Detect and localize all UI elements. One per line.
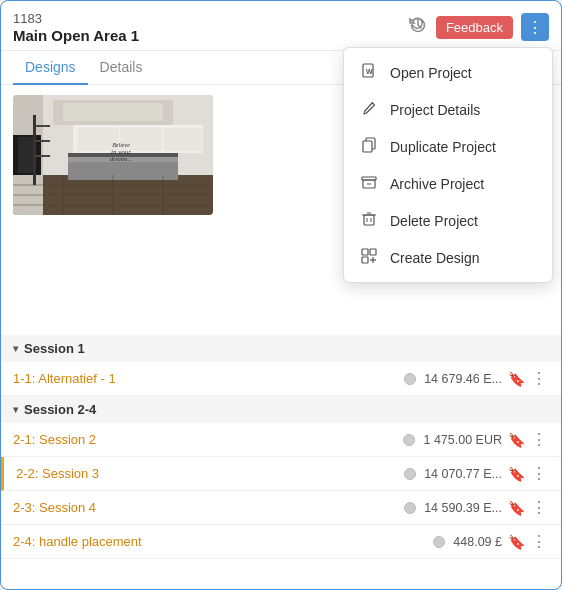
pencil-icon — [360, 100, 378, 119]
menu-label: Create Design — [390, 250, 480, 266]
row-more-button[interactable]: ⋮ — [529, 498, 549, 517]
bookmark-icon[interactable]: 🔖 — [508, 432, 525, 448]
status-dot — [404, 468, 416, 480]
status-dot — [403, 434, 415, 446]
menu-item-archive-project[interactable]: Archive Project — [344, 165, 552, 202]
session-1-label: Session 1 — [24, 341, 85, 356]
design-name[interactable]: 2-3: Session 4 — [13, 500, 404, 515]
archive-icon — [360, 174, 378, 193]
status-dot — [404, 373, 416, 385]
tab-designs[interactable]: Designs — [13, 51, 88, 85]
svg-rect-41 — [362, 257, 368, 263]
session-1-header[interactable]: ▾ Session 1 — [1, 335, 561, 362]
trash-icon — [360, 211, 378, 230]
price-value: 14 679.46 E... — [424, 372, 502, 386]
row-more-button[interactable]: ⋮ — [529, 430, 549, 449]
header: 1183 Main Open Area 1 Feedback ⋮ — [1, 1, 561, 51]
menu-label: Open Project — [390, 65, 472, 81]
status-dot — [404, 502, 416, 514]
menu-item-create-design[interactable]: Create Design — [344, 239, 552, 276]
table-row: 1-1: Alternatief - 1 14 679.46 E... 🔖 ⋮ — [1, 362, 561, 396]
menu-label: Archive Project — [390, 176, 484, 192]
bookmark-icon[interactable]: 🔖 — [508, 371, 525, 387]
header-right: Feedback ⋮ — [408, 13, 549, 41]
copy-icon — [360, 137, 378, 156]
feedback-button[interactable]: Feedback — [436, 16, 513, 39]
svg-text:dreams...: dreams... — [110, 156, 132, 162]
price-value: 14 070.77 E... — [424, 467, 502, 481]
bookmark-icon[interactable]: 🔖 — [508, 500, 525, 516]
table-row: 2-4: handle placement 448.09 £ 🔖 ⋮ — [1, 525, 561, 559]
status-dot — [433, 536, 445, 548]
row-more-button[interactable]: ⋮ — [529, 369, 549, 388]
svg-rect-9 — [35, 140, 50, 142]
svg-rect-11 — [68, 160, 178, 180]
design-name[interactable]: 2-4: handle placement — [13, 534, 433, 549]
session-2-4-header[interactable]: ▾ Session 2-4 — [1, 396, 561, 423]
svg-rect-30 — [363, 141, 372, 152]
header-left: 1183 Main Open Area 1 — [13, 11, 139, 44]
menu-item-duplicate-project[interactable]: Duplicate Project — [344, 128, 552, 165]
menu-label: Delete Project — [390, 213, 478, 229]
menu-item-delete-project[interactable]: Delete Project — [344, 202, 552, 239]
more-options-button[interactable]: ⋮ — [521, 13, 549, 41]
design-name[interactable]: 2-2: Session 3 — [16, 466, 404, 481]
bookmark-icon[interactable]: 🔖 — [508, 466, 525, 482]
sessions-list: ▾ Session 1 1-1: Alternatief - 1 14 679.… — [1, 335, 561, 589]
menu-label: Duplicate Project — [390, 139, 496, 155]
chevron-down-icon: ▾ — [13, 343, 18, 354]
svg-rect-40 — [370, 249, 376, 255]
project-title: Main Open Area 1 — [13, 27, 139, 44]
table-row: 2-2: Session 3 14 070.77 E... 🔖 ⋮ — [1, 457, 561, 491]
design-name[interactable]: 2-1: Session 2 — [13, 432, 403, 447]
menu-label: Project Details — [390, 102, 480, 118]
svg-text:W: W — [366, 68, 373, 75]
vertical-dots-icon: ⋮ — [527, 18, 544, 37]
app-container: 1183 Main Open Area 1 Feedback ⋮ Designs… — [0, 0, 562, 590]
price-value: 1 475.00 EUR — [423, 433, 502, 447]
chevron-down-icon: ▾ — [13, 404, 18, 415]
bookmark-icon-filled[interactable]: 🔖 — [508, 534, 525, 550]
price-value: 448.09 £ — [453, 535, 502, 549]
menu-item-open-project[interactable]: W Open Project — [344, 54, 552, 91]
svg-rect-39 — [362, 249, 368, 255]
svg-rect-4 — [63, 103, 163, 121]
dropdown-menu: W Open Project Project Details Duplicate… — [343, 47, 553, 283]
row-more-button[interactable]: ⋮ — [529, 464, 549, 483]
grid-plus-icon — [360, 248, 378, 267]
menu-item-project-details[interactable]: Project Details — [344, 91, 552, 128]
svg-rect-17 — [164, 128, 202, 150]
price-value: 14 590.39 E... — [424, 501, 502, 515]
svg-text:in your: in your — [111, 148, 131, 156]
row-more-button[interactable]: ⋮ — [529, 532, 549, 551]
svg-rect-8 — [35, 125, 50, 127]
history-icon[interactable] — [408, 15, 428, 40]
svg-rect-10 — [35, 155, 50, 157]
svg-rect-34 — [364, 215, 374, 225]
design-name[interactable]: 1-1: Alternatief - 1 — [13, 371, 404, 386]
tab-details[interactable]: Details — [88, 51, 155, 85]
room-image: Believe in your dreams... — [13, 95, 213, 215]
table-row: 2-3: Session 4 14 590.39 E... 🔖 ⋮ — [1, 491, 561, 525]
table-row: 2-1: Session 2 1 475.00 EUR 🔖 ⋮ — [1, 423, 561, 457]
session-2-4-label: Session 2-4 — [24, 402, 96, 417]
project-number: 1183 — [13, 11, 139, 26]
word-doc-icon: W — [360, 63, 378, 82]
